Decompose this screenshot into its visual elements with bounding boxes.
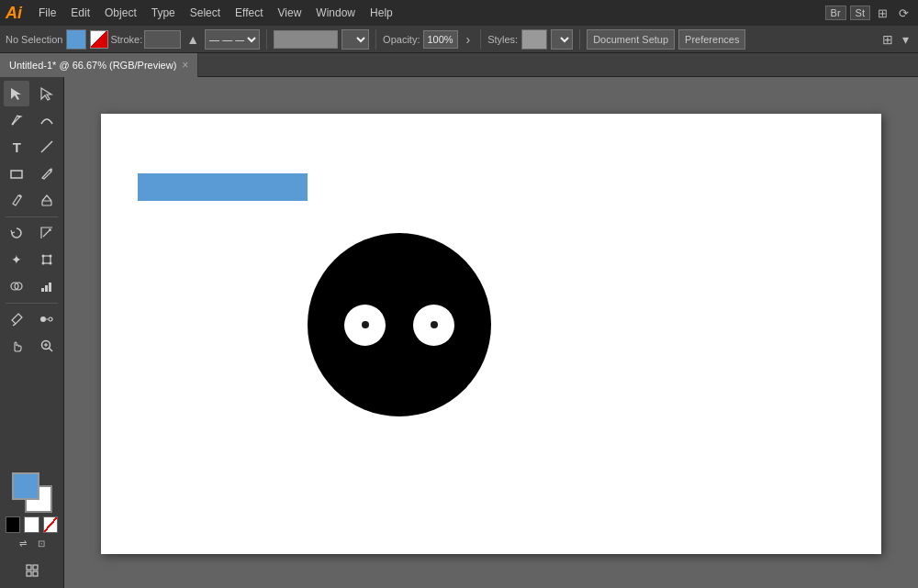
tool-row-6 <box>2 220 62 246</box>
color-bottom-row <box>6 516 58 533</box>
svg-rect-27 <box>33 571 38 576</box>
stroke-swatch[interactable] <box>90 30 108 49</box>
white-swatch[interactable] <box>24 516 39 533</box>
rotate-tool[interactable] <box>4 220 29 246</box>
default-colors-btn[interactable]: ⊡ <box>34 537 49 550</box>
opacity-more-btn[interactable]: › <box>462 30 474 49</box>
line-tool[interactable] <box>34 134 60 160</box>
arrange-icon-btn[interactable]: ⊞ <box>879 30 897 49</box>
variable-width-dropdown[interactable] <box>341 29 369 50</box>
svg-point-2 <box>12 123 14 125</box>
foreground-color-swatch[interactable] <box>12 472 39 500</box>
tab-title: Untitled-1* @ 66.67% (RGB/Preview) <box>9 60 176 71</box>
stroke-label: Stroke: <box>110 34 142 45</box>
shape-builder-tool[interactable] <box>4 273 29 299</box>
opacity-input[interactable] <box>423 30 458 49</box>
left-eye <box>344 305 386 346</box>
eyedropper-tool[interactable] <box>4 306 29 332</box>
toolbar-divider-4 <box>579 29 580 50</box>
face-circle[interactable] <box>308 233 491 416</box>
pen-tool[interactable] <box>4 107 29 133</box>
free-transform-tool[interactable] <box>34 247 60 272</box>
menu-bar: Ai File Edit Object Type Select Effect V… <box>0 0 918 26</box>
black-swatch[interactable] <box>6 516 20 533</box>
puppet-warp-tool[interactable]: ✦ <box>4 247 29 272</box>
fill-swatch[interactable] <box>66 29 86 50</box>
blue-rectangle[interactable] <box>138 173 308 201</box>
artboard <box>101 114 881 554</box>
pencil-tool[interactable] <box>4 187 29 213</box>
sync-icon-btn[interactable]: ⟳ <box>895 5 912 22</box>
menu-type[interactable]: Type <box>144 3 183 23</box>
rectangle-tool[interactable] <box>4 161 29 186</box>
canvas-area[interactable] <box>64 77 918 588</box>
hand-tool[interactable] <box>4 333 29 359</box>
preferences-button[interactable]: Preferences <box>678 29 745 50</box>
swap-colors-btn[interactable]: ⇌ <box>16 537 30 550</box>
tool-row-2 <box>2 107 62 133</box>
tool-row-8 <box>2 273 62 299</box>
document-setup-button[interactable]: Document Setup <box>587 29 675 50</box>
graph-tool[interactable] <box>34 273 60 299</box>
none-swatch[interactable] <box>43 516 58 533</box>
menu-effect[interactable]: Effect <box>228 3 270 23</box>
svg-rect-14 <box>45 285 48 292</box>
tool-row-10 <box>2 333 62 359</box>
paintbrush-tool[interactable] <box>34 161 60 186</box>
menu-file[interactable]: File <box>31 3 63 23</box>
tool-row-4 <box>2 161 62 186</box>
tab-bar: Untitled-1* @ 66.67% (RGB/Preview) × <box>0 53 918 77</box>
svg-marker-1 <box>41 88 51 100</box>
toolbar-divider-2 <box>375 29 376 50</box>
eraser-tool[interactable] <box>34 187 60 213</box>
document-tab[interactable]: Untitled-1* @ 66.67% (RGB/Preview) × <box>0 53 198 77</box>
menu-select[interactable]: Select <box>183 3 228 23</box>
workspace-icon-btn[interactable]: ⊞ <box>874 5 891 22</box>
svg-point-8 <box>49 255 51 258</box>
svg-marker-0 <box>11 88 21 100</box>
svg-rect-6 <box>43 256 50 263</box>
toolbar: No Selection Stroke: ▲ — — — Opacity: › … <box>0 26 918 53</box>
variable-width-input[interactable] <box>274 30 338 49</box>
svg-rect-15 <box>49 283 51 292</box>
menu-view[interactable]: View <box>271 3 309 23</box>
svg-rect-25 <box>33 565 38 570</box>
scale-tool[interactable] <box>34 220 60 246</box>
tool-row-3: T <box>2 134 62 160</box>
artboards-btn[interactable] <box>19 558 45 583</box>
tab-close-button[interactable]: × <box>182 59 188 72</box>
svg-rect-5 <box>42 201 51 205</box>
svg-rect-24 <box>27 565 31 570</box>
arrange-down-icon-btn[interactable]: ▾ <box>899 30 912 49</box>
styles-swatch[interactable] <box>521 29 547 50</box>
menu-window[interactable]: Window <box>308 3 363 23</box>
zoom-tool[interactable] <box>34 333 60 359</box>
svg-rect-26 <box>27 571 31 576</box>
stroke-dropdown[interactable]: — — — <box>205 29 260 50</box>
blend-tool[interactable] <box>34 306 60 332</box>
direct-selection-tool[interactable] <box>34 81 60 106</box>
stroke-input[interactable] <box>144 30 181 49</box>
tool-divider-2 <box>6 303 58 304</box>
svg-line-16 <box>13 324 16 326</box>
svg-point-7 <box>41 255 44 258</box>
toolbox: T <box>0 77 64 588</box>
stroke-up-btn[interactable]: ▲ <box>183 30 203 49</box>
menu-edit[interactable]: Edit <box>63 3 97 23</box>
stock-icon-btn[interactable]: St <box>850 6 870 20</box>
menu-help[interactable]: Help <box>363 3 400 23</box>
bottom-tool-row <box>2 558 62 583</box>
menu-object[interactable]: Object <box>97 3 144 23</box>
selection-label: No Selection <box>6 34 62 45</box>
left-pupil <box>362 321 369 328</box>
svg-line-3 <box>41 141 52 152</box>
bridge-icon-btn[interactable]: Br <box>825 6 846 20</box>
type-tool[interactable]: T <box>4 134 29 160</box>
main-area: T <box>0 77 918 588</box>
selection-tool[interactable] <box>4 81 29 106</box>
curvature-tool[interactable] <box>34 107 60 133</box>
tool-row-9 <box>2 306 62 332</box>
svg-point-18 <box>49 317 52 321</box>
svg-line-21 <box>49 348 52 351</box>
styles-dropdown[interactable] <box>551 29 573 50</box>
